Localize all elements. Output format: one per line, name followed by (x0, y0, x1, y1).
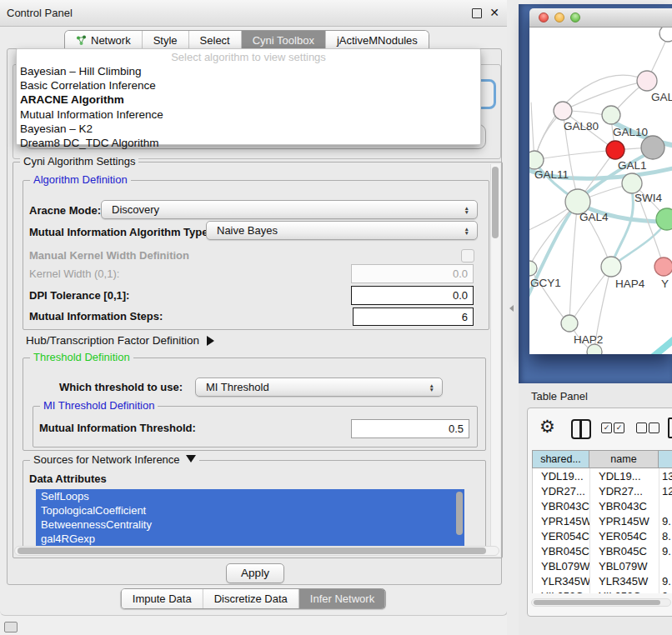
attribute-item-gal4rgexp[interactable]: gal4RGexp (36, 532, 464, 546)
tab-cyni-toolbox[interactable]: Cyni Toolbox (242, 31, 326, 50)
cyni-toolbox-panel: gal-filtered sif default node Select alg… (7, 48, 502, 585)
data-attributes-list[interactable]: SelfLoopsTopologicalCoefficientBetweenne… (36, 489, 464, 548)
table-row[interactable]: YDL19...YDL19...13 (533, 468, 672, 483)
mi-steps-field[interactable]: 6 (353, 308, 474, 326)
table-cell: YDL19... (533, 468, 590, 483)
network-node[interactable] (641, 136, 664, 159)
minimize-window-icon[interactable] (554, 12, 564, 22)
column-header-shared[interactable]: shared... (532, 450, 589, 468)
checked-checkbox-icon[interactable]: ✓ (601, 422, 612, 433)
table-row[interactable]: YBR045CYBR045C9. (533, 543, 672, 558)
table-row[interactable]: YDR27...YDR27...12 (533, 483, 672, 498)
which-threshold-combobox[interactable]: MI Threshold ▲▼ (195, 378, 443, 397)
close-window-icon[interactable] (539, 12, 549, 22)
unchecked-checkbox-icon[interactable] (636, 422, 647, 433)
network-node-y[interactable] (654, 258, 672, 276)
threshold-definition-title: Threshold Definition (30, 351, 133, 363)
tab-discretize-data[interactable]: Discretize Data (203, 589, 299, 608)
aracne-mode-combobox[interactable]: Discovery ▲▼ (101, 200, 478, 219)
network-node[interactable] (587, 344, 602, 354)
tab-style[interactable]: Style (143, 31, 189, 50)
network-node[interactable] (656, 208, 672, 230)
table-row[interactable]: YPR145WYPR145W9. (533, 513, 672, 528)
settings-vertical-scrollbar[interactable] (490, 164, 500, 556)
settings-horizontal-scrollbar-thumb[interactable] (18, 548, 486, 554)
network-icon (76, 35, 87, 46)
algorithm-option-basic-correlation-inference[interactable]: Basic Correlation Inference (17, 78, 480, 92)
table-row[interactable]: YBR043CYBR043C (533, 498, 672, 513)
table-row[interactable]: YER054CYER054C8. (533, 528, 672, 543)
network-node-gal[interactable] (637, 71, 657, 91)
table-row[interactable]: YLR345WYLR345W9. (533, 573, 672, 588)
control-panel: Control Panel ✕ NetworkStyleSelectCyni T… (0, 0, 508, 616)
tab-label: Infer Network (310, 592, 374, 605)
tab-network[interactable]: Network (65, 31, 143, 50)
network-canvas[interactable]: GALGAL80GAL10GAL1GAL11SWI4GAL4GCY1HAP4YH… (529, 28, 672, 354)
tab-select[interactable]: Select (189, 31, 242, 50)
table-horizontal-scrollbar[interactable] (531, 598, 671, 607)
columns-icon[interactable] (571, 419, 591, 439)
tab-impute-data[interactable]: Impute Data (122, 589, 203, 608)
hub-definition-expander[interactable]: Hub/Transcription Factor Definition (26, 334, 214, 347)
network-node-gal1[interactable] (606, 141, 624, 159)
network-node-gal10[interactable] (602, 106, 620, 124)
which-threshold-value: MI Threshold (206, 381, 269, 393)
settings-horizontal-scrollbar[interactable] (14, 546, 499, 556)
network-view-frame: GALGAL80GAL10GAL1GAL11SWI4GAL4GCY1HAP4YH… (519, 4, 672, 383)
table-row[interactable]: YIL052CYIL052C9. (533, 588, 672, 593)
gear-icon[interactable]: ⚙ (539, 417, 555, 437)
tab-infer-network[interactable]: Infer Network (299, 589, 385, 608)
network-window-titlebar[interactable] (529, 8, 672, 28)
column-header-name[interactable]: name (589, 450, 659, 468)
network-node-gal80[interactable] (554, 102, 572, 120)
minimized-panel-icon[interactable] (4, 622, 18, 632)
apply-button[interactable]: Apply (226, 563, 284, 583)
settings-vertical-scrollbar-thumb[interactable] (492, 167, 499, 238)
network-node-hap4[interactable] (601, 257, 621, 277)
node-table: shared...name YDL19...YDL19...13YDR27...… (532, 450, 672, 593)
table-toolbar: ⚙ ✓ ✓ (528, 408, 672, 448)
network-node-hap2[interactable] (561, 315, 578, 332)
mi-type-combobox[interactable]: Naive Bayes ▲▼ (206, 221, 478, 240)
dpi-tolerance-field[interactable]: 0.0 (351, 286, 474, 305)
network-node-swi4[interactable] (622, 173, 642, 193)
document-icon[interactable] (668, 418, 672, 438)
table-horizontal-scrollbar-thumb[interactable] (534, 600, 660, 605)
algorithm-option-bayesian-hill-climbing[interactable]: Bayesian – Hill Climbing (17, 64, 480, 78)
tab-jactivemnodules[interactable]: jActiveMNodules (326, 31, 429, 50)
algorithm-definition-title: Algorithm Definition (30, 173, 131, 186)
network-node[interactable] (659, 28, 672, 42)
algorithm-option-mutual-information-inference[interactable]: Mutual Information Inference (17, 108, 480, 122)
manual-kernel-checkbox[interactable] (461, 249, 474, 262)
algorithm-option-aracne-algorithm[interactable]: ARACNE Algorithm (17, 92, 480, 107)
algorithm-option-dream8-dc-tdc-algorithm[interactable]: Dream8 DC_TDC Algorithm (17, 136, 480, 150)
network-node-gal11[interactable] (529, 151, 544, 169)
algorithm-option-bayesian-k2[interactable]: Bayesian – K2 (17, 122, 480, 136)
tab-label: Style (153, 34, 178, 47)
table-cell: YER054C (590, 528, 659, 543)
column-header-extra[interactable] (659, 450, 672, 468)
table-row[interactable]: YBL079WYBL079W (533, 558, 672, 573)
network-node-gcy1[interactable] (529, 261, 537, 276)
close-panel-icon[interactable]: ✕ (489, 6, 499, 19)
splitter-collapse-icon[interactable] (509, 305, 514, 312)
attribute-item-betweennesscentrality[interactable]: BetweennessCentrality (36, 518, 464, 532)
data-attributes-label: Data Attributes (29, 472, 107, 485)
attributes-scrollbar-thumb[interactable] (456, 492, 463, 535)
aracne-mode-value: Discovery (112, 203, 159, 216)
checked-checkbox-icon[interactable]: ✓ (614, 422, 624, 433)
mi-threshold-definition-title: MI Threshold Definition (40, 399, 158, 412)
tab-label: Impute Data (133, 592, 192, 605)
mi-threshold-field[interactable]: 0.5 (351, 419, 469, 438)
float-panel-icon[interactable] (472, 8, 482, 18)
attribute-item-selfloops[interactable]: SelfLoops (36, 489, 464, 503)
unchecked-checkbox-icon[interactable] (649, 422, 659, 433)
network-window[interactable]: GALGAL80GAL10GAL1GAL11SWI4GAL4GCY1HAP4YH… (529, 8, 672, 354)
panel-splitter[interactable] (507, 0, 519, 635)
sources-title[interactable]: Sources for Network Inference (30, 453, 199, 466)
mi-type-label: Mutual Information Algorithm Type: (29, 226, 212, 238)
zoom-window-icon[interactable] (570, 12, 580, 22)
table-cell: YIL052C (590, 588, 659, 593)
attribute-item-topologicalcoefficient[interactable]: TopologicalCoefficient (36, 503, 464, 518)
kernel-width-field[interactable]: 0.0 (351, 264, 474, 283)
